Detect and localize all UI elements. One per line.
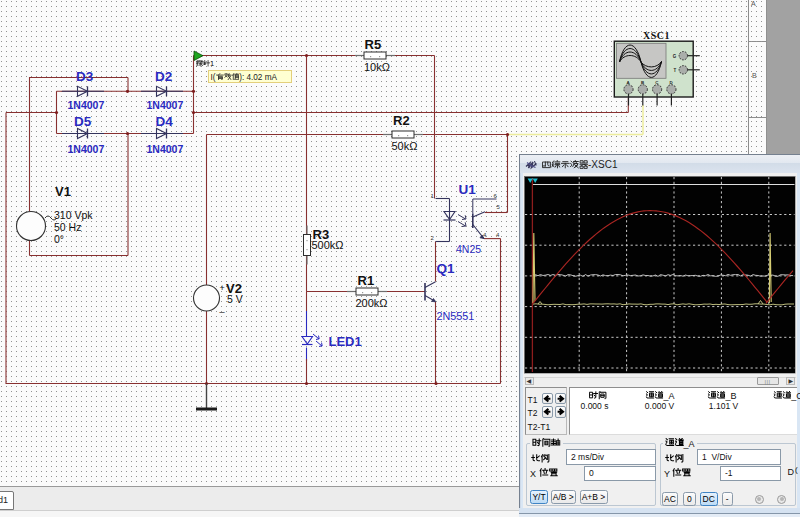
svg-text:D: D (670, 80, 673, 85)
svg-text:B: B (641, 80, 644, 85)
svg-text:T: T (674, 68, 677, 73)
svg-text:G: G (673, 54, 677, 59)
